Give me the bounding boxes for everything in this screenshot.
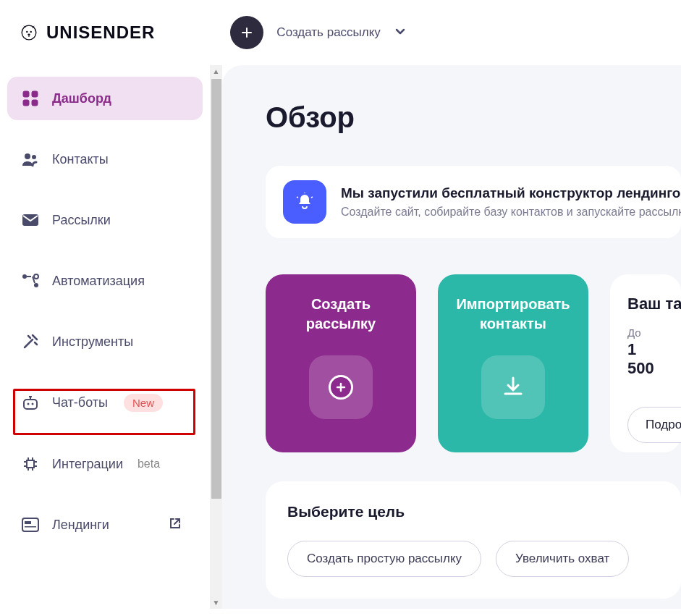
sidebar-item-label: Автоматизация bbox=[52, 274, 145, 289]
sidebar-item-label: Лендинги bbox=[52, 518, 109, 533]
sidebar-item-dashboard[interactable]: Дашборд bbox=[7, 77, 203, 120]
automation-icon bbox=[22, 272, 39, 290]
svg-rect-19 bbox=[25, 521, 31, 524]
svg-point-16 bbox=[32, 402, 34, 405]
main-content: Обзор Мы запустили бесплатный конструкто… bbox=[222, 65, 681, 609]
svg-point-2 bbox=[30, 31, 32, 33]
tariff-title: Ваш тариф bbox=[627, 295, 664, 313]
sidebar-item-contacts[interactable]: Контакты bbox=[7, 138, 203, 181]
card-title: Создать рассылку bbox=[280, 295, 402, 334]
logo-wordmark: UNISENDER bbox=[46, 22, 155, 43]
external-link-icon bbox=[169, 518, 181, 533]
badge-beta: beta bbox=[138, 457, 160, 471]
sidebar-scrollbar[interactable]: ▲ ▼ bbox=[210, 65, 222, 609]
scroll-up-arrow-icon[interactable]: ▲ bbox=[210, 65, 222, 77]
dashboard-icon bbox=[22, 90, 39, 107]
sidebar-item-label: Инструменты bbox=[52, 334, 133, 350]
tariff-card: Ваш тариф До 1 500 Подробнее bbox=[610, 274, 681, 452]
logo[interactable]: UNISENDER bbox=[20, 22, 155, 43]
svg-rect-20 bbox=[25, 526, 36, 528]
action-cards-row: Создать рассылку Импортировать контакты … bbox=[266, 274, 681, 452]
contacts-icon bbox=[22, 151, 39, 168]
logo-icon bbox=[20, 24, 38, 41]
download-icon bbox=[481, 355, 545, 419]
svg-point-13 bbox=[34, 283, 38, 287]
svg-point-1 bbox=[26, 31, 28, 33]
tariff-until-label: До bbox=[627, 326, 664, 339]
chatbots-icon bbox=[22, 395, 39, 412]
sidebar-item-label: Чат-боты bbox=[52, 395, 108, 410]
goal-chip-increase-reach[interactable]: Увеличить охват bbox=[496, 541, 629, 577]
sidebar-item-mailings[interactable]: Рассылки bbox=[7, 198, 203, 242]
scroll-down-arrow-icon[interactable]: ▼ bbox=[210, 596, 222, 609]
landings-icon bbox=[22, 516, 39, 533]
header: UNISENDER Создать рассылку bbox=[0, 0, 681, 65]
import-contacts-card[interactable]: Импортировать контакты bbox=[438, 274, 588, 452]
svg-rect-17 bbox=[27, 460, 34, 468]
create-campaign-label: Создать рассылку bbox=[276, 25, 381, 40]
create-campaign-button[interactable]: Создать рассылку bbox=[230, 16, 407, 49]
svg-rect-7 bbox=[32, 100, 38, 106]
sidebar: Дашборд Контакты Рассылки Автоматизация bbox=[0, 65, 210, 609]
tools-icon bbox=[22, 333, 39, 350]
badge-new: New bbox=[124, 394, 163, 412]
mailings-icon bbox=[22, 211, 39, 229]
announcement-banner[interactable]: Мы запустили бесплатный конструктор ленд… bbox=[266, 166, 681, 238]
bell-icon bbox=[283, 180, 326, 224]
svg-point-3 bbox=[28, 33, 30, 35]
sidebar-item-automation[interactable]: Автоматизация bbox=[7, 259, 203, 303]
svg-rect-14 bbox=[24, 400, 37, 409]
svg-rect-4 bbox=[23, 91, 29, 97]
tariff-value: 1 500 bbox=[627, 340, 664, 378]
page-title: Обзор bbox=[266, 101, 681, 134]
sidebar-item-label: Интеграции bbox=[52, 457, 123, 472]
banner-subtitle: Создайте сайт, собирайте базу контактов … bbox=[341, 206, 664, 219]
create-campaign-card[interactable]: Создать рассылку bbox=[266, 274, 416, 452]
svg-point-0 bbox=[22, 25, 36, 40]
svg-point-11 bbox=[22, 274, 27, 279]
chevron-down-icon bbox=[394, 25, 407, 41]
sidebar-item-label: Рассылки bbox=[52, 213, 111, 228]
sidebar-item-label: Дашборд bbox=[52, 91, 111, 106]
goals-title: Выберите цель bbox=[287, 503, 659, 520]
goals-block: Выберите цель Создать простую рассылку У… bbox=[266, 481, 681, 599]
scroll-thumb[interactable] bbox=[211, 79, 221, 499]
sidebar-item-landings[interactable]: Лендинги bbox=[7, 503, 203, 547]
svg-rect-5 bbox=[32, 91, 38, 97]
sidebar-item-integrations[interactable]: Интеграции beta bbox=[7, 442, 203, 486]
sidebar-item-chatbots[interactable]: Чат-боты New bbox=[7, 381, 203, 425]
plus-icon bbox=[230, 16, 263, 49]
sidebar-item-tools[interactable]: Инструменты bbox=[7, 320, 203, 363]
plus-circle-icon bbox=[309, 355, 373, 419]
svg-point-9 bbox=[32, 155, 36, 159]
svg-point-12 bbox=[34, 274, 38, 279]
tariff-details-button[interactable]: Подробнее bbox=[627, 407, 681, 443]
sidebar-item-label: Контакты bbox=[52, 152, 109, 167]
banner-title: Мы запустили бесплатный конструктор ленд… bbox=[341, 185, 664, 201]
goal-chip-simple-campaign[interactable]: Создать простую рассылку bbox=[287, 541, 481, 577]
svg-point-15 bbox=[28, 402, 30, 405]
card-title: Импортировать контакты bbox=[452, 295, 574, 334]
svg-rect-18 bbox=[22, 518, 38, 531]
integrations-icon bbox=[22, 455, 39, 473]
svg-rect-6 bbox=[23, 100, 29, 106]
svg-point-8 bbox=[25, 153, 30, 159]
